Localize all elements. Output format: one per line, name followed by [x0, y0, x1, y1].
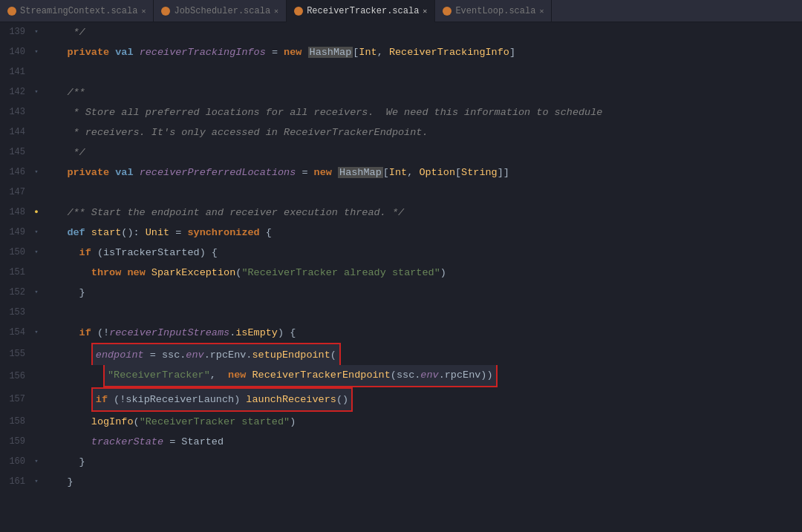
tab-file-icon	[161, 7, 170, 16]
line-row: 161 ▾ }	[0, 472, 802, 492]
line-number: 144	[0, 122, 31, 142]
line-content: if (isTrackerStarted) {	[42, 243, 802, 263]
line-number: 139	[0, 22, 31, 42]
line-content: /** Start the endpoint and receiver exec…	[42, 203, 802, 223]
code-lines-wrapper: 139 ▾ */ 140 ▾ private val receiverTrack…	[0, 22, 802, 532]
line-row: 144 * receivers. It's only accessed in R…	[0, 122, 802, 142]
fold-icon[interactable]: ▾	[31, 22, 42, 42]
line-row: 147	[0, 183, 802, 203]
line-row: 145 */	[0, 142, 802, 162]
line-number: 142	[0, 82, 31, 102]
line-number: 160	[0, 452, 31, 472]
tab-job-scheduler[interactable]: JobScheduler.scala ✕	[154, 0, 287, 22]
line-row: 139 ▾ */	[0, 22, 802, 42]
line-content: "ReceiverTracker", new ReceiverTrackerEn…	[42, 365, 802, 387]
line-number: 157	[0, 390, 31, 410]
line-content: }	[42, 452, 802, 472]
close-icon[interactable]: ✕	[141, 7, 146, 16]
line-content: private val receiverPreferredLocations =…	[42, 162, 802, 183]
line-content: */	[42, 22, 802, 42]
line-row: 160 ▾ }	[0, 452, 802, 472]
line-number: 159	[0, 432, 31, 452]
line-row: 148 ● /** Start the endpoint and receive…	[0, 203, 802, 223]
line-row-boxed-3: 157 if (!skipReceiverLaunch) launchRecei…	[0, 387, 802, 412]
tab-label: ReceiverTracker.scala	[307, 6, 419, 16]
line-number: 150	[0, 243, 31, 263]
fold-icon[interactable]: ▾	[31, 452, 42, 472]
line-row: 152 ▾ }	[0, 283, 802, 303]
line-row: 141	[0, 62, 802, 82]
line-row: 153	[0, 303, 802, 323]
line-number: 151	[0, 263, 31, 283]
code-editor: 139 ▾ */ 140 ▾ private val receiverTrack…	[0, 22, 802, 532]
fold-icon[interactable]: ▾	[31, 283, 42, 303]
tab-label: JobScheduler.scala	[174, 6, 270, 16]
line-content: * Store all preferred locations for all …	[42, 102, 802, 122]
fold-icon[interactable]: ▾	[31, 243, 42, 263]
fold-icon[interactable]: ●	[31, 203, 42, 223]
line-number: 158	[0, 412, 31, 432]
tab-streaming-context[interactable]: StreamingContext.scala ✕	[0, 0, 154, 22]
line-content: if (!skipReceiverLaunch) launchReceivers…	[42, 387, 802, 412]
tab-file-icon	[7, 7, 16, 16]
line-row: 154 ▾ if (!receiverInputStreams.isEmpty)…	[0, 323, 802, 343]
line-number: 153	[0, 303, 31, 323]
line-content: throw new SparkException("ReceiverTracke…	[42, 263, 802, 283]
line-row: 140 ▾ private val receiverTrackingInfos …	[0, 42, 802, 62]
line-row: 149 ▾ def start(): Unit = synchronized {	[0, 223, 802, 243]
line-number: 154	[0, 323, 31, 343]
line-number: 148	[0, 203, 31, 223]
tab-file-icon	[443, 7, 451, 16]
close-icon[interactable]: ✕	[423, 7, 427, 16]
close-icon[interactable]: ✕	[274, 7, 278, 16]
line-content: endpoint = ssc.env.rpcEnv.setupEndpoint(	[42, 343, 802, 365]
line-row: 159 trackerState = Started	[0, 432, 802, 452]
fold-icon[interactable]: ▾	[31, 42, 42, 62]
line-number: 155	[0, 344, 31, 364]
editor-window: StreamingContext.scala ✕ JobScheduler.sc…	[0, 0, 802, 532]
fold-icon[interactable]: ▾	[31, 162, 42, 183]
fold-icon[interactable]: ▾	[31, 82, 42, 102]
line-row: 146 ▾ private val receiverPreferredLocat…	[0, 162, 802, 183]
line-content	[42, 183, 802, 203]
tab-label: StreamingContext.scala	[20, 6, 137, 16]
line-row: 142 ▾ /**	[0, 82, 802, 102]
line-content: /**	[42, 82, 802, 102]
line-row-boxed-2: 156 "ReceiverTracker", new ReceiverTrack…	[0, 365, 802, 387]
line-number: 149	[0, 223, 31, 243]
line-number: 146	[0, 162, 31, 183]
line-content	[42, 62, 802, 82]
tab-event-loop[interactable]: EventLoop.scala ✕	[435, 0, 552, 22]
line-content: }	[42, 472, 802, 492]
fold-icon[interactable]: ▾	[31, 223, 42, 243]
line-row: 151 throw new SparkException("ReceiverTr…	[0, 263, 802, 283]
line-number: 152	[0, 283, 31, 303]
tab-file-icon	[294, 7, 303, 16]
tab-receiver-tracker[interactable]: ReceiverTracker.scala ✕	[287, 0, 435, 22]
line-content: */	[42, 142, 802, 162]
line-number: 140	[0, 42, 31, 62]
line-content: trackerState = Started	[42, 432, 802, 452]
line-content: logInfo("ReceiverTracker started")	[42, 412, 802, 432]
close-icon[interactable]: ✕	[539, 7, 544, 16]
line-row: 158 logInfo("ReceiverTracker started")	[0, 412, 802, 432]
tab-label: EventLoop.scala	[455, 6, 535, 16]
fold-icon[interactable]: ▾	[31, 472, 42, 492]
line-number: 156	[0, 367, 31, 387]
line-number: 145	[0, 142, 31, 162]
line-number: 141	[0, 62, 31, 82]
line-content: if (!receiverInputStreams.isEmpty) {	[42, 323, 802, 343]
line-content: def start(): Unit = synchronized {	[42, 223, 802, 243]
line-row: 143 * Store all preferred locations for …	[0, 102, 802, 122]
line-row: 150 ▾ if (isTrackerStarted) {	[0, 243, 802, 263]
line-number: 147	[0, 183, 31, 203]
tab-bar: StreamingContext.scala ✕ JobScheduler.sc…	[0, 0, 802, 22]
line-row-boxed-1: 155 endpoint = ssc.env.rpcEnv.setupEndpo…	[0, 343, 802, 365]
line-content: private val receiverTrackingInfos = new …	[42, 42, 802, 62]
line-content: }	[42, 283, 802, 303]
line-number: 161	[0, 472, 31, 492]
line-number: 143	[0, 102, 31, 122]
line-content: * receivers. It's only accessed in Recei…	[42, 122, 802, 142]
fold-icon[interactable]: ▾	[31, 323, 42, 343]
line-content	[42, 303, 802, 323]
